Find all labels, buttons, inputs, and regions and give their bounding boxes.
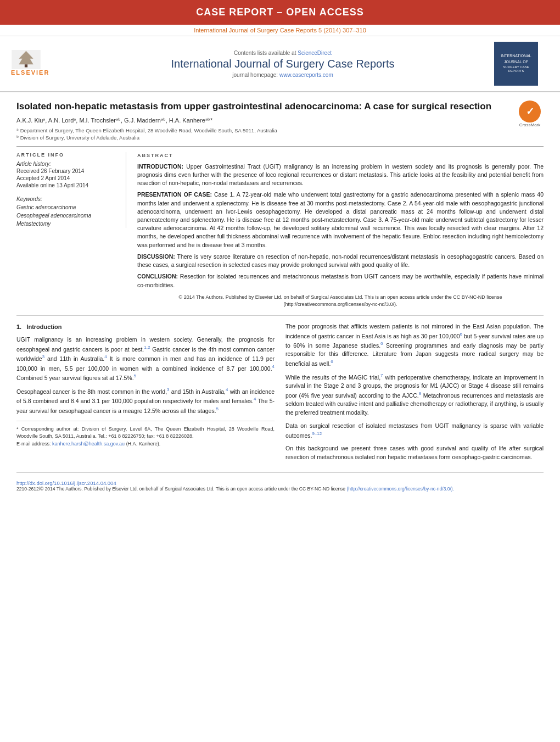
keyword-1: Gastric adenocarcinoma xyxy=(16,203,117,211)
logo-title-line3: SURGERY CASE xyxy=(503,65,529,69)
info-abstract-columns: ARTICLE INFO Article history: Received 2… xyxy=(16,152,544,309)
logo-title-line1: INTERNATIONAL xyxy=(501,54,531,58)
article-main: Isolated non-hepatic metastasis from upp… xyxy=(0,92,560,501)
journal-reference: International Journal of Surgery Case Re… xyxy=(0,25,560,36)
body-para-r4: On this background we present three case… xyxy=(285,444,544,462)
body-col-left: 1. Introduction UGIT malignancy is an in… xyxy=(16,322,275,466)
top-banner: CASE REPORT – OPEN ACCESS xyxy=(0,0,560,25)
body-para-r1: The poor prognosis that afflicts western… xyxy=(285,322,544,368)
doi-link[interactable]: http://dx.doi.org/10.1016/j.ijscr.2014.0… xyxy=(16,480,116,486)
license-link[interactable]: (http://creativecommons.org/licenses/by-… xyxy=(346,486,454,492)
journal-logo-right: INTERNATIONAL JOURNAL OF SURGERY CASE RE… xyxy=(494,42,549,86)
logo-title-line2: JOURNAL OF xyxy=(504,60,528,64)
sciencedirect-link[interactable]: ScienceDirect xyxy=(298,50,332,56)
email-link[interactable]: kanhere.harsh@health.sa.gov.au xyxy=(52,441,126,447)
body-para-r3: Data on surgical resection of isolated m… xyxy=(285,422,544,440)
keyword-2: Oesophageal adenocarcinoma xyxy=(16,211,117,220)
corresponding-author-note: * Corresponding author at: Division of S… xyxy=(16,426,275,440)
body-para-2: Oesophageal cancer is the 8th most commo… xyxy=(16,387,275,415)
article-info-label: ARTICLE INFO xyxy=(16,152,117,158)
homepage-line: journal homepage: www.casereports.com xyxy=(71,72,494,78)
history-label: Article history: xyxy=(16,161,117,167)
accepted-date: Accepted 2 April 2014 xyxy=(16,175,117,181)
crossmark-logo: ✓ CrossMark xyxy=(516,101,544,127)
abstract-intro: INTRODUCTION: Upper Gastrointestinal Tra… xyxy=(137,163,544,188)
journal-header: ELSEVIER Contents lists available at Sci… xyxy=(0,36,560,92)
abstract-section: ABSTRACT INTRODUCTION: Upper Gastrointes… xyxy=(137,152,544,309)
available-date: Available online 13 April 2014 xyxy=(16,182,117,188)
footnote-section: * Corresponding author at: Division of S… xyxy=(16,421,275,448)
affiliation-a: ᵃ Department of Surgery, The Queen Eliza… xyxy=(16,127,511,134)
received-date: Received 26 February 2014 xyxy=(16,168,117,174)
affiliation-b: ᵇ Division of Surgery, University of Ade… xyxy=(16,134,511,141)
logo-title-line4: REPORTS xyxy=(508,69,524,73)
body-col-right: The poor prognosis that afflicts western… xyxy=(285,322,544,466)
svg-rect-2 xyxy=(25,64,27,67)
crossmark-icon: ✓ xyxy=(519,101,541,122)
article-title: Isolated non-hepatic metastasis from upp… xyxy=(16,101,511,113)
divider-1 xyxy=(16,315,544,316)
article-title-text: Isolated non-hepatic metastasis from upp… xyxy=(16,101,511,142)
body-columns: 1. Introduction UGIT malignancy is an in… xyxy=(16,322,544,466)
journal-title: International Journal of Surgery Case Re… xyxy=(71,58,494,70)
open-access-note: © 2014 The Authors. Published by Elsevie… xyxy=(137,294,544,309)
abstract-presentation: PRESENTATION OF CASE: Case 1. A 72-year-… xyxy=(137,191,544,249)
copyright-line: 2210-2612/© 2014 The Authors. Published … xyxy=(16,486,544,493)
abstract-conclusion: CONCLUSION: Resection for isolated recur… xyxy=(137,272,544,289)
elsevier-wordmark: ELSEVIER xyxy=(11,69,49,76)
email-line: E-mail address: kanhere.harsh@health.sa.… xyxy=(16,440,275,448)
body-para-1: UGIT malignancy is an increasing problem… xyxy=(16,336,275,382)
keywords-list: Gastric adenocarcinoma Oesophageal adeno… xyxy=(16,203,117,228)
divider-bottom xyxy=(16,472,544,473)
homepage-link[interactable]: www.casereports.com xyxy=(279,72,333,78)
elsevier-logo: ELSEVIER xyxy=(11,50,71,77)
elsevier-tree-icon xyxy=(11,50,41,69)
keyword-3: Metastectomy xyxy=(16,220,117,228)
abstract-discussion: DISCUSSION: There is very scarce literat… xyxy=(137,253,544,269)
article-info: ARTICLE INFO Article history: Received 2… xyxy=(16,152,126,228)
article-info-column: ARTICLE INFO Article history: Received 2… xyxy=(16,152,126,309)
journal-header-center: Contents lists available at ScienceDirec… xyxy=(71,50,494,78)
abstract-column: ABSTRACT INTRODUCTION: Upper Gastrointes… xyxy=(137,152,544,309)
article-authors: A.K.J. Kiuᵃ, A.N. Lordᵃ, M.I. Trochslerᵃ… xyxy=(16,117,511,124)
section-1-title: 1. Introduction xyxy=(16,322,275,332)
crossmark-text: CrossMark xyxy=(519,122,541,127)
article-title-section: Isolated non-hepatic metastasis from upp… xyxy=(16,101,544,147)
abstract-label: ABSTRACT xyxy=(137,152,544,159)
keywords-label: Keywords: xyxy=(16,196,117,202)
doi-line: http://dx.doi.org/10.1016/j.ijscr.2014.0… xyxy=(16,479,544,486)
body-para-r2: While the results of the MAGIC trial,7 w… xyxy=(285,372,544,417)
contents-line: Contents lists available at ScienceDirec… xyxy=(71,50,494,56)
